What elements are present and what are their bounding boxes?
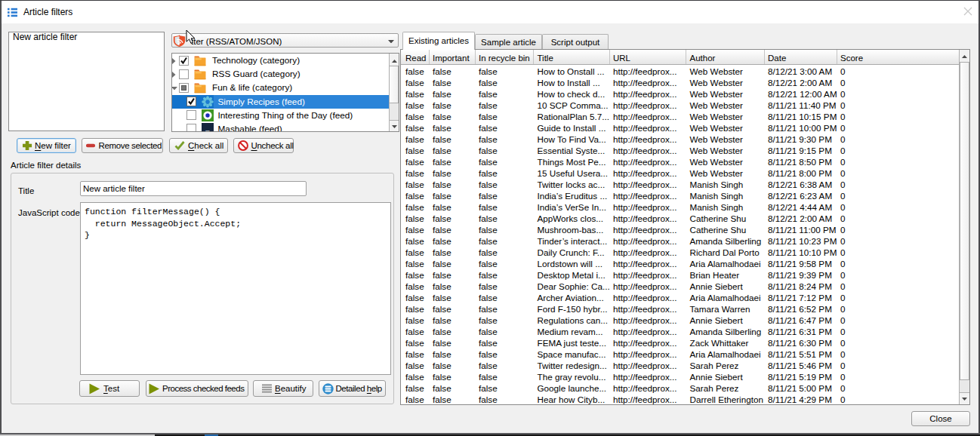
svg-text:m: m — [205, 129, 210, 132]
